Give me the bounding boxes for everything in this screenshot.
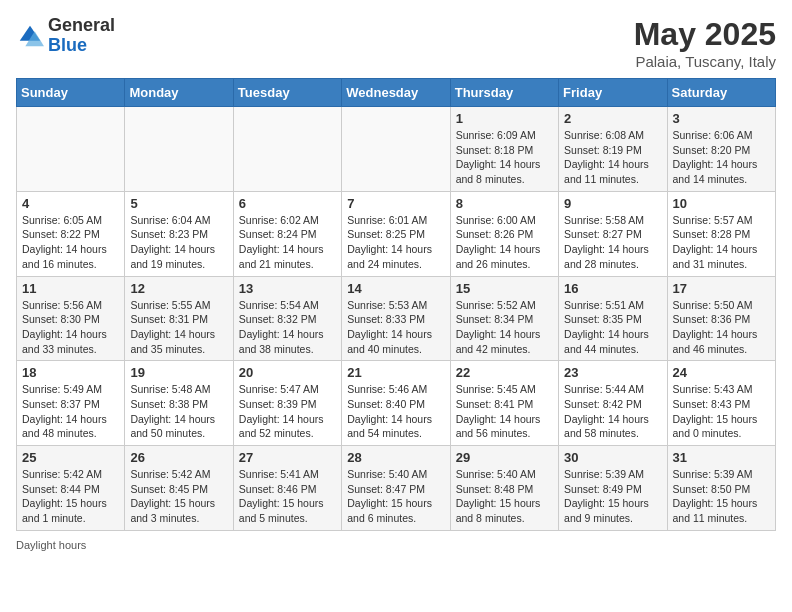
day-cell: 4Sunrise: 6:05 AM Sunset: 8:22 PM Daylig…: [17, 191, 125, 276]
day-number: 15: [456, 281, 553, 296]
day-number: 3: [673, 111, 770, 126]
day-number: 4: [22, 196, 119, 211]
day-number: 14: [347, 281, 444, 296]
day-cell: 31Sunrise: 5:39 AM Sunset: 8:50 PM Dayli…: [667, 446, 775, 531]
header-day-tuesday: Tuesday: [233, 79, 341, 107]
title-block: May 2025 Palaia, Tuscany, Italy: [634, 16, 776, 70]
day-number: 5: [130, 196, 227, 211]
day-number: 13: [239, 281, 336, 296]
day-info: Sunrise: 5:47 AM Sunset: 8:39 PM Dayligh…: [239, 382, 336, 441]
day-cell: 21Sunrise: 5:46 AM Sunset: 8:40 PM Dayli…: [342, 361, 450, 446]
logo-blue-text: Blue: [48, 35, 87, 55]
day-info: Sunrise: 5:42 AM Sunset: 8:45 PM Dayligh…: [130, 467, 227, 526]
calendar-body: 1Sunrise: 6:09 AM Sunset: 8:18 PM Daylig…: [17, 107, 776, 531]
day-cell: 9Sunrise: 5:58 AM Sunset: 8:27 PM Daylig…: [559, 191, 667, 276]
day-info: Sunrise: 5:51 AM Sunset: 8:35 PM Dayligh…: [564, 298, 661, 357]
day-cell: 10Sunrise: 5:57 AM Sunset: 8:28 PM Dayli…: [667, 191, 775, 276]
day-info: Sunrise: 5:50 AM Sunset: 8:36 PM Dayligh…: [673, 298, 770, 357]
day-info: Sunrise: 5:39 AM Sunset: 8:49 PM Dayligh…: [564, 467, 661, 526]
calendar-subtitle: Palaia, Tuscany, Italy: [634, 53, 776, 70]
day-cell: 12Sunrise: 5:55 AM Sunset: 8:31 PM Dayli…: [125, 276, 233, 361]
logo: General Blue: [16, 16, 115, 56]
day-info: Sunrise: 5:53 AM Sunset: 8:33 PM Dayligh…: [347, 298, 444, 357]
day-info: Sunrise: 6:09 AM Sunset: 8:18 PM Dayligh…: [456, 128, 553, 187]
day-cell: 28Sunrise: 5:40 AM Sunset: 8:47 PM Dayli…: [342, 446, 450, 531]
day-number: 26: [130, 450, 227, 465]
day-cell: 23Sunrise: 5:44 AM Sunset: 8:42 PM Dayli…: [559, 361, 667, 446]
day-info: Sunrise: 5:40 AM Sunset: 8:48 PM Dayligh…: [456, 467, 553, 526]
day-number: 6: [239, 196, 336, 211]
day-info: Sunrise: 6:00 AM Sunset: 8:26 PM Dayligh…: [456, 213, 553, 272]
day-cell: 25Sunrise: 5:42 AM Sunset: 8:44 PM Dayli…: [17, 446, 125, 531]
day-cell: 1Sunrise: 6:09 AM Sunset: 8:18 PM Daylig…: [450, 107, 558, 192]
day-cell: 5Sunrise: 6:04 AM Sunset: 8:23 PM Daylig…: [125, 191, 233, 276]
calendar-header: SundayMondayTuesdayWednesdayThursdayFrid…: [17, 79, 776, 107]
day-info: Sunrise: 5:43 AM Sunset: 8:43 PM Dayligh…: [673, 382, 770, 441]
day-info: Sunrise: 6:08 AM Sunset: 8:19 PM Dayligh…: [564, 128, 661, 187]
day-cell: 26Sunrise: 5:42 AM Sunset: 8:45 PM Dayli…: [125, 446, 233, 531]
day-cell: 15Sunrise: 5:52 AM Sunset: 8:34 PM Dayli…: [450, 276, 558, 361]
day-cell: 14Sunrise: 5:53 AM Sunset: 8:33 PM Dayli…: [342, 276, 450, 361]
day-number: 19: [130, 365, 227, 380]
footer: Daylight hours: [16, 539, 776, 551]
header-day-saturday: Saturday: [667, 79, 775, 107]
day-number: 18: [22, 365, 119, 380]
day-cell: [233, 107, 341, 192]
day-number: 31: [673, 450, 770, 465]
day-number: 20: [239, 365, 336, 380]
day-info: Sunrise: 5:46 AM Sunset: 8:40 PM Dayligh…: [347, 382, 444, 441]
day-cell: 11Sunrise: 5:56 AM Sunset: 8:30 PM Dayli…: [17, 276, 125, 361]
day-cell: [17, 107, 125, 192]
day-cell: 2Sunrise: 6:08 AM Sunset: 8:19 PM Daylig…: [559, 107, 667, 192]
day-info: Sunrise: 5:45 AM Sunset: 8:41 PM Dayligh…: [456, 382, 553, 441]
day-number: 1: [456, 111, 553, 126]
day-number: 7: [347, 196, 444, 211]
calendar-title: May 2025: [634, 16, 776, 53]
day-number: 22: [456, 365, 553, 380]
day-cell: 20Sunrise: 5:47 AM Sunset: 8:39 PM Dayli…: [233, 361, 341, 446]
day-number: 17: [673, 281, 770, 296]
day-cell: 17Sunrise: 5:50 AM Sunset: 8:36 PM Dayli…: [667, 276, 775, 361]
day-number: 23: [564, 365, 661, 380]
day-cell: 13Sunrise: 5:54 AM Sunset: 8:32 PM Dayli…: [233, 276, 341, 361]
header-day-sunday: Sunday: [17, 79, 125, 107]
daylight-label: Daylight hours: [16, 539, 86, 551]
day-info: Sunrise: 5:57 AM Sunset: 8:28 PM Dayligh…: [673, 213, 770, 272]
day-cell: 18Sunrise: 5:49 AM Sunset: 8:37 PM Dayli…: [17, 361, 125, 446]
day-number: 9: [564, 196, 661, 211]
week-row-3: 11Sunrise: 5:56 AM Sunset: 8:30 PM Dayli…: [17, 276, 776, 361]
week-row-2: 4Sunrise: 6:05 AM Sunset: 8:22 PM Daylig…: [17, 191, 776, 276]
day-info: Sunrise: 5:58 AM Sunset: 8:27 PM Dayligh…: [564, 213, 661, 272]
day-info: Sunrise: 6:02 AM Sunset: 8:24 PM Dayligh…: [239, 213, 336, 272]
day-info: Sunrise: 5:48 AM Sunset: 8:38 PM Dayligh…: [130, 382, 227, 441]
day-info: Sunrise: 5:40 AM Sunset: 8:47 PM Dayligh…: [347, 467, 444, 526]
day-info: Sunrise: 6:04 AM Sunset: 8:23 PM Dayligh…: [130, 213, 227, 272]
day-number: 10: [673, 196, 770, 211]
header-day-wednesday: Wednesday: [342, 79, 450, 107]
day-number: 27: [239, 450, 336, 465]
day-cell: [342, 107, 450, 192]
day-number: 24: [673, 365, 770, 380]
week-row-1: 1Sunrise: 6:09 AM Sunset: 8:18 PM Daylig…: [17, 107, 776, 192]
day-cell: 22Sunrise: 5:45 AM Sunset: 8:41 PM Dayli…: [450, 361, 558, 446]
day-number: 16: [564, 281, 661, 296]
day-info: Sunrise: 6:06 AM Sunset: 8:20 PM Dayligh…: [673, 128, 770, 187]
day-number: 29: [456, 450, 553, 465]
header-day-monday: Monday: [125, 79, 233, 107]
logo-icon: [16, 22, 44, 50]
day-number: 8: [456, 196, 553, 211]
day-cell: 30Sunrise: 5:39 AM Sunset: 8:49 PM Dayli…: [559, 446, 667, 531]
day-number: 28: [347, 450, 444, 465]
day-number: 25: [22, 450, 119, 465]
day-info: Sunrise: 5:52 AM Sunset: 8:34 PM Dayligh…: [456, 298, 553, 357]
day-cell: 7Sunrise: 6:01 AM Sunset: 8:25 PM Daylig…: [342, 191, 450, 276]
day-info: Sunrise: 5:41 AM Sunset: 8:46 PM Dayligh…: [239, 467, 336, 526]
day-cell: 16Sunrise: 5:51 AM Sunset: 8:35 PM Dayli…: [559, 276, 667, 361]
header-row: SundayMondayTuesdayWednesdayThursdayFrid…: [17, 79, 776, 107]
day-cell: 19Sunrise: 5:48 AM Sunset: 8:38 PM Dayli…: [125, 361, 233, 446]
day-info: Sunrise: 5:42 AM Sunset: 8:44 PM Dayligh…: [22, 467, 119, 526]
day-info: Sunrise: 6:01 AM Sunset: 8:25 PM Dayligh…: [347, 213, 444, 272]
day-cell: 29Sunrise: 5:40 AM Sunset: 8:48 PM Dayli…: [450, 446, 558, 531]
day-cell: [125, 107, 233, 192]
day-number: 2: [564, 111, 661, 126]
